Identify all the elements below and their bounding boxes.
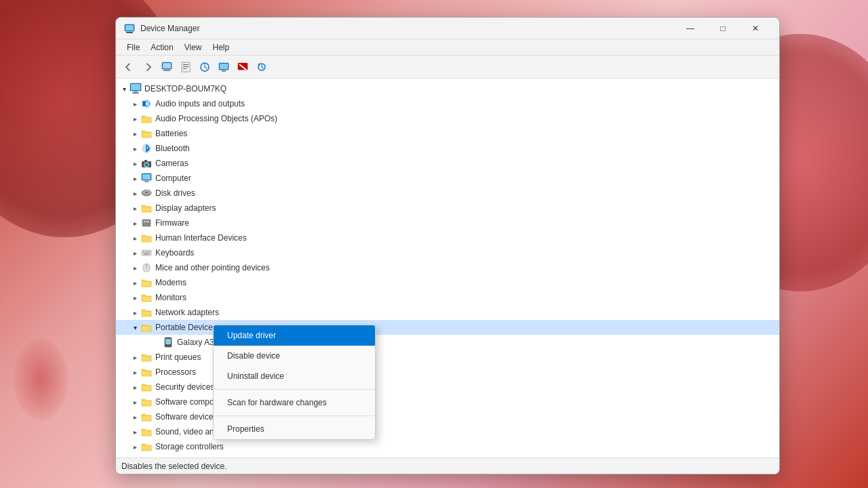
svg-rect-20 xyxy=(134,92,138,93)
toolbar-computer[interactable] xyxy=(158,58,176,76)
menu-item-disable-device[interactable]: Disable device xyxy=(214,346,375,366)
menu-action[interactable]: Action xyxy=(145,41,178,54)
svg-rect-37 xyxy=(142,250,151,256)
label-print-queue: Print queues xyxy=(155,352,201,362)
menu-bar: File Action View Help xyxy=(116,39,779,56)
expand-arrow-processors[interactable]: ▸ xyxy=(130,367,140,378)
tree-item-audio-inputs[interactable]: ▸Audio inputs and outputs xyxy=(116,96,779,111)
expand-arrow-galaxy[interactable] xyxy=(151,337,162,348)
expand-arrow-keyboards[interactable]: ▸ xyxy=(130,247,140,258)
bg-decoration-3 xyxy=(14,339,68,420)
menu-item-properties[interactable]: Properties xyxy=(214,419,375,439)
toolbar-update[interactable] xyxy=(196,58,214,76)
expand-arrow-bluetooth[interactable]: ▸ xyxy=(130,143,140,154)
minimize-button[interactable]: — xyxy=(675,18,706,39)
window-title: Device Manager xyxy=(140,24,675,33)
label-storage: Storage controllers xyxy=(155,442,224,451)
close-button[interactable]: ✕ xyxy=(740,18,771,39)
tree-item-audio-proc[interactable]: ▸Audio Processing Objects (APOs) xyxy=(116,111,779,126)
expand-arrow-cameras[interactable]: ▸ xyxy=(130,158,140,169)
svg-rect-39 xyxy=(145,251,146,253)
toolbar-screen[interactable] xyxy=(215,58,233,76)
expand-arrow-monitors[interactable]: ▸ xyxy=(130,292,140,303)
expand-arrow-modems[interactable]: ▸ xyxy=(130,277,140,288)
expand-arrow-computer[interactable]: ▸ xyxy=(130,173,140,184)
tree-item-mice[interactable]: ▸Mice and other pointing devices xyxy=(116,260,779,275)
maximize-button[interactable]: □ xyxy=(707,18,738,39)
svg-rect-29 xyxy=(144,181,149,182)
toolbar-disable[interactable] xyxy=(234,58,252,76)
expand-arrow-display-adapters[interactable]: ▸ xyxy=(130,203,140,214)
tree-item-network[interactable]: ▸Network adapters xyxy=(116,305,779,320)
expand-arrow-print-queue[interactable]: ▸ xyxy=(130,352,140,363)
tree-item-cameras[interactable]: ▸Cameras xyxy=(116,156,779,171)
label-monitors: Monitors xyxy=(155,293,186,302)
toolbar-scan[interactable] xyxy=(253,58,271,76)
title-bar-icon xyxy=(124,23,135,34)
toolbar-back[interactable] xyxy=(120,58,138,76)
tree-item-storage[interactable]: ▸Storage controllers xyxy=(116,439,779,454)
svg-rect-42 xyxy=(144,253,149,255)
expand-arrow-network[interactable]: ▸ xyxy=(130,307,140,318)
tree-item-bluetooth[interactable]: ▸Bluetooth xyxy=(116,141,779,156)
expand-arrow-mice[interactable]: ▸ xyxy=(130,262,140,273)
svg-rect-7 xyxy=(183,64,189,65)
tree-item-monitors[interactable]: ▸Monitors xyxy=(116,290,779,305)
menu-separator-sep1 xyxy=(214,389,375,390)
expand-arrow-audio-proc[interactable]: ▸ xyxy=(130,113,140,124)
expand-arrow-system-dev[interactable]: ▸ xyxy=(130,456,140,458)
svg-rect-13 xyxy=(222,70,226,72)
label-system-dev: System devices xyxy=(155,457,212,458)
menu-help[interactable]: Help xyxy=(208,41,235,54)
expand-arrow-firmware[interactable]: ▸ xyxy=(130,218,140,228)
expand-arrow-portable[interactable]: ▾ xyxy=(130,322,140,333)
tree-item-computer[interactable]: ▸Computer xyxy=(116,171,779,186)
tree-item-keyboards[interactable]: ▸Keyboards xyxy=(116,245,779,260)
svg-rect-8 xyxy=(183,66,189,67)
toolbar-forward[interactable] xyxy=(139,58,157,76)
menu-item-uninstall-device[interactable]: Uninstall device xyxy=(214,366,375,386)
label-computer: Computer xyxy=(155,174,191,183)
expand-arrow-audio-inputs[interactable]: ▸ xyxy=(130,98,140,109)
expand-arrow-security-dev[interactable]: ▸ xyxy=(130,382,140,392)
camera-icon-cameras xyxy=(140,157,153,169)
expand-root[interactable]: ▾ xyxy=(119,83,130,94)
tree-item-display-adapters[interactable]: ▸Display adapters xyxy=(116,201,779,216)
label-software-dev: Software devices xyxy=(155,412,217,422)
folder-icon-batteries xyxy=(140,127,153,140)
expand-arrow-hid[interactable]: ▸ xyxy=(130,232,140,243)
firmware-icon-firmware xyxy=(140,217,153,229)
svg-rect-2 xyxy=(125,25,134,30)
tree-item-modems[interactable]: ▸Modems xyxy=(116,275,779,290)
tree-item-batteries[interactable]: ▸Batteries xyxy=(116,126,779,141)
menu-separator-sep2 xyxy=(214,415,375,416)
expand-arrow-storage[interactable]: ▸ xyxy=(130,441,140,452)
tree-item-disk-drives[interactable]: ▸Disk drives xyxy=(116,186,779,201)
svg-rect-19 xyxy=(131,84,140,90)
folder-icon-sound-vid xyxy=(140,426,153,438)
folder-icon-security-dev xyxy=(140,381,153,393)
svg-rect-12 xyxy=(220,64,228,69)
tree-item-system-dev[interactable]: ▸System devices xyxy=(116,454,779,458)
keyboard-icon-keyboards xyxy=(140,247,153,259)
menu-item-update-driver[interactable]: Update driver xyxy=(214,325,375,346)
expand-arrow-software-comp[interactable]: ▸ xyxy=(130,396,140,407)
expand-arrow-disk-drives[interactable]: ▸ xyxy=(130,188,140,199)
label-portable: Portable Devices xyxy=(155,323,217,332)
label-disk-drives: Disk drives xyxy=(155,188,195,198)
expand-arrow-software-dev[interactable]: ▸ xyxy=(130,411,140,422)
menu-view[interactable]: View xyxy=(179,41,208,54)
computer-icon-computer xyxy=(140,172,153,184)
folder-icon-modems xyxy=(140,277,153,289)
menu-file[interactable]: File xyxy=(121,41,145,54)
expand-arrow-batteries[interactable]: ▸ xyxy=(130,128,140,139)
tree-item-firmware[interactable]: ▸Firmware xyxy=(116,216,779,230)
expand-arrow-sound-vid[interactable]: ▸ xyxy=(130,426,140,437)
tree-item-hid[interactable]: ▸Human Interface Devices xyxy=(116,230,779,245)
menu-item-scan-hardware[interactable]: Scan for hardware changes xyxy=(214,392,375,413)
tree-root[interactable]: ▾ DESKTOP-BOUM7KQ xyxy=(116,81,779,96)
svg-rect-4 xyxy=(163,70,170,71)
folder-icon-system-dev xyxy=(140,455,153,458)
toolbar-properties[interactable] xyxy=(177,58,195,76)
title-bar: Device Manager — □ ✕ xyxy=(116,18,779,39)
